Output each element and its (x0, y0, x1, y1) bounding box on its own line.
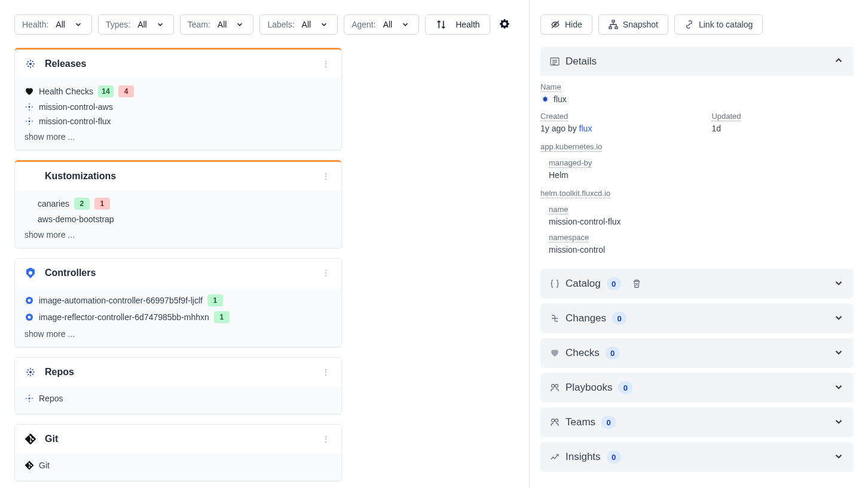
filter-value: All (137, 20, 147, 29)
svg-point-2 (29, 121, 30, 122)
accordion-title: Catalog (566, 278, 601, 290)
side-panel: Hide Snapshot Link to catalog Details Na… (530, 0, 868, 488)
heart-icon (25, 87, 34, 96)
card-repos: Repos ⋮ Repos (14, 357, 342, 415)
count-badge: 0 (612, 312, 626, 325)
details-value: Helm (549, 170, 854, 180)
sort-button[interactable]: Health (425, 14, 490, 35)
card-header[interactable]: Kustomizations ⋮ (15, 162, 341, 191)
card-header[interactable]: Controllers ⋮ (15, 259, 341, 287)
card-body: Health Checks 14 4 mission-control-aws m… (15, 78, 341, 150)
svg-rect-11 (612, 20, 615, 22)
heart-icon (550, 348, 560, 358)
chevron-down-icon (833, 347, 844, 360)
helm-icon (25, 58, 36, 70)
accordion-title: Changes (566, 312, 606, 324)
kustomization-item[interactable]: aws-demo-bootstrap (25, 212, 332, 226)
accordion-title: Insights (566, 451, 601, 463)
chevron-down-icon (72, 19, 84, 30)
settings-button[interactable] (496, 16, 513, 34)
release-item[interactable]: mission-control-aws (25, 100, 332, 114)
health-checks-row[interactable]: Health Checks 14 4 (25, 83, 332, 100)
accordion-header[interactable]: Insights 0 (540, 442, 854, 472)
accordion-changes: Changes 0 (540, 303, 854, 333)
card-menu-button[interactable]: ⋮ (320, 268, 332, 278)
filter-value: All (218, 20, 227, 29)
badge-green: 1 (207, 294, 223, 306)
accordion-playbooks: Playbooks 0 (540, 373, 854, 403)
accordion-insights: Insights 0 (540, 442, 854, 472)
git-item[interactable]: Git (25, 458, 332, 472)
card-releases: Releases ⋮ Health Checks 14 4 mission-co… (14, 48, 342, 151)
card-header[interactable]: Releases ⋮ (15, 50, 341, 78)
accordion-header[interactable]: Playbooks 0 (540, 373, 854, 403)
item-name: image-automation-controller-66997b5f9f-l… (39, 296, 203, 305)
filter-team[interactable]: Team: All (180, 14, 254, 35)
filter-value: All (302, 20, 311, 29)
show-more-link[interactable]: show more ... (25, 128, 332, 142)
filter-types[interactable]: Types: All (98, 14, 174, 35)
flux-icon (540, 94, 550, 104)
controller-item[interactable]: image-automation-controller-66997b5f9f-l… (25, 292, 332, 309)
card-menu-button[interactable]: ⋮ (320, 171, 332, 181)
filter-labels[interactable]: Labels: All (259, 14, 338, 35)
card-header[interactable]: Repos ⋮ (15, 358, 341, 386)
accordion-header[interactable]: Checks 0 (540, 338, 854, 368)
item-name: mission-control-flux (39, 116, 111, 126)
item-name: aws-demo-bootstrap (38, 214, 114, 224)
details-label: Created (540, 112, 568, 121)
details-label: namespace (549, 233, 589, 243)
count-badge: 0 (601, 416, 616, 429)
trash-x-icon[interactable] (632, 279, 641, 288)
accordion-header[interactable]: Changes 0 (540, 303, 854, 333)
card-title: Repos (45, 367, 311, 377)
filter-label: Health: (22, 20, 48, 29)
show-more-link[interactable]: show more ... (25, 226, 332, 240)
filter-label: Agent: (352, 20, 375, 29)
canaries-row[interactable]: canaries 2 1 (25, 195, 332, 212)
sort-icon (435, 19, 447, 30)
card-menu-button[interactable]: ⋮ (320, 434, 332, 444)
svg-point-18 (555, 419, 558, 422)
filter-label: Labels: (267, 20, 294, 29)
created-by-link[interactable]: flux (579, 124, 592, 133)
card-menu-button[interactable]: ⋮ (320, 59, 332, 69)
svg-point-8 (29, 371, 32, 373)
accordion-details: Details Name flux Created 1y ago by flux… (540, 47, 854, 264)
kubernetes-icon (25, 267, 36, 279)
accordion-header[interactable]: Catalog 0 (540, 269, 854, 299)
snapshot-button[interactable]: Snapshot (598, 14, 668, 35)
card-header[interactable]: Git ⋮ (15, 425, 341, 453)
release-item[interactable]: mission-control-flux (25, 114, 332, 128)
card-title: Releases (45, 59, 311, 69)
filter-bar: Health: All Types: All Team: All Labels:… (14, 14, 515, 35)
filter-value: All (383, 20, 393, 29)
controller-item[interactable]: image-reflector-controller-6d747985bb-mh… (25, 309, 332, 326)
filter-agent[interactable]: Agent: All (344, 14, 419, 35)
details-label: Name (540, 82, 561, 92)
card-menu-button[interactable]: ⋮ (320, 367, 332, 377)
svg-point-3 (29, 271, 32, 275)
chevron-down-icon (833, 382, 844, 394)
accordion-header[interactable]: Teams 0 (540, 407, 854, 437)
chevron-down-icon (234, 19, 246, 30)
button-label: Link to catalog (699, 20, 753, 29)
svg-rect-12 (609, 27, 612, 29)
count-badge: 0 (607, 450, 621, 464)
item-name: Repos (39, 394, 63, 403)
count-badge: 0 (618, 381, 632, 394)
hide-button[interactable]: Hide (540, 14, 592, 35)
show-more-link[interactable]: show more ... (25, 326, 332, 339)
filter-health[interactable]: Health: All (14, 14, 92, 35)
repo-item[interactable]: Repos (25, 391, 332, 406)
teams-icon (550, 418, 560, 427)
button-label: Hide (565, 20, 582, 29)
accordion-header[interactable]: Details (540, 47, 854, 76)
item-name: mission-control-aws (39, 102, 113, 112)
pod-icon (25, 312, 34, 322)
section-heading: app.kubernetes.io (540, 142, 602, 152)
filter-label: Types: (106, 20, 130, 29)
diff-icon (550, 314, 560, 323)
link-catalog-button[interactable]: Link to catalog (674, 14, 763, 35)
card-title: Git (45, 434, 311, 444)
